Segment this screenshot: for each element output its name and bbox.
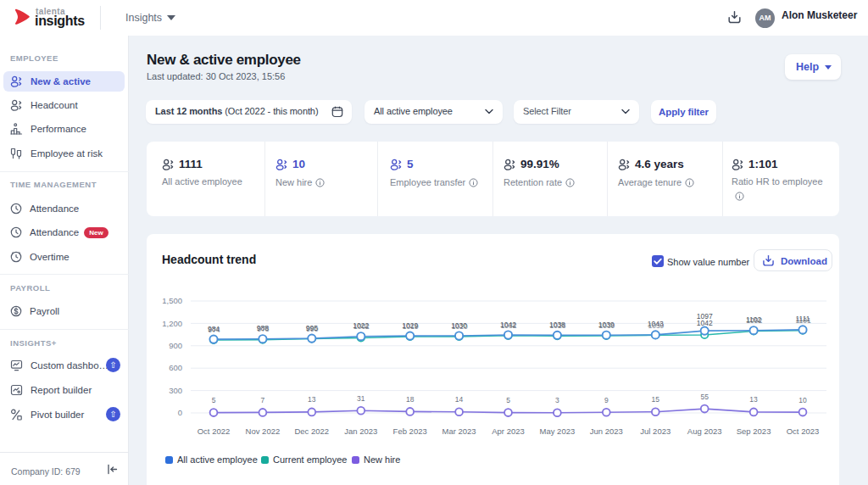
svg-text:All active employee: All active employee bbox=[177, 454, 258, 465]
svg-text:Dec 2022: Dec 2022 bbox=[294, 426, 329, 436]
svg-text:Feb 2023: Feb 2023 bbox=[393, 426, 427, 436]
svg-text:13: 13 bbox=[308, 395, 316, 404]
svg-text:55: 55 bbox=[700, 393, 709, 401]
svg-text:18: 18 bbox=[406, 395, 415, 404]
svg-text:Mar 2023: Mar 2023 bbox=[442, 426, 476, 436]
svg-text:31: 31 bbox=[357, 394, 365, 403]
svg-text:Oct 2022: Oct 2022 bbox=[198, 426, 231, 436]
svg-text:10: 10 bbox=[798, 396, 807, 404]
svg-text:1,200: 1,200 bbox=[162, 319, 182, 328]
svg-text:Jun 2023: Jun 2023 bbox=[590, 426, 623, 436]
svg-text:1020: 1020 bbox=[452, 322, 468, 331]
svg-text:1,500: 1,500 bbox=[162, 296, 182, 305]
svg-text:5: 5 bbox=[212, 396, 216, 404]
svg-text:300: 300 bbox=[169, 386, 182, 395]
svg-text:9: 9 bbox=[604, 396, 609, 404]
svg-text:15: 15 bbox=[652, 395, 660, 404]
svg-text:1019: 1019 bbox=[403, 322, 419, 331]
svg-text:Nov 2022: Nov 2022 bbox=[246, 426, 281, 436]
svg-text:Aug 2023: Aug 2023 bbox=[687, 426, 722, 436]
svg-text:Jul 2023: Jul 2023 bbox=[640, 426, 670, 436]
svg-text:900: 900 bbox=[169, 341, 182, 350]
svg-text:Sep 2023: Sep 2023 bbox=[737, 426, 771, 436]
svg-text:600: 600 bbox=[169, 363, 182, 372]
svg-text:1030: 1030 bbox=[598, 321, 615, 330]
svg-text:1039: 1039 bbox=[648, 321, 664, 330]
svg-text:974: 974 bbox=[209, 326, 220, 334]
svg-text:5: 5 bbox=[506, 396, 510, 404]
svg-text:0: 0 bbox=[178, 408, 182, 417]
svg-text:Oct 2023: Oct 2023 bbox=[787, 426, 820, 436]
svg-text:Apr 2023: Apr 2023 bbox=[492, 426, 525, 436]
svg-text:990: 990 bbox=[306, 325, 318, 333]
svg-text:1032: 1032 bbox=[501, 321, 517, 330]
svg-text:1028: 1028 bbox=[550, 321, 566, 330]
svg-text:New hire: New hire bbox=[364, 454, 400, 465]
svg-text:Jan 2023: Jan 2023 bbox=[344, 426, 377, 436]
svg-text:May 2023: May 2023 bbox=[540, 426, 576, 436]
svg-text:978: 978 bbox=[257, 325, 269, 333]
svg-text:14: 14 bbox=[455, 395, 464, 404]
svg-text:1101: 1101 bbox=[795, 316, 811, 325]
svg-text:Current employee: Current employee bbox=[273, 454, 347, 465]
svg-text:7: 7 bbox=[261, 396, 265, 404]
svg-text:1092: 1092 bbox=[746, 316, 762, 325]
svg-text:3: 3 bbox=[555, 396, 559, 404]
svg-text:13: 13 bbox=[749, 395, 758, 404]
svg-text:1002: 1002 bbox=[353, 322, 370, 331]
svg-text:1042: 1042 bbox=[697, 319, 713, 327]
